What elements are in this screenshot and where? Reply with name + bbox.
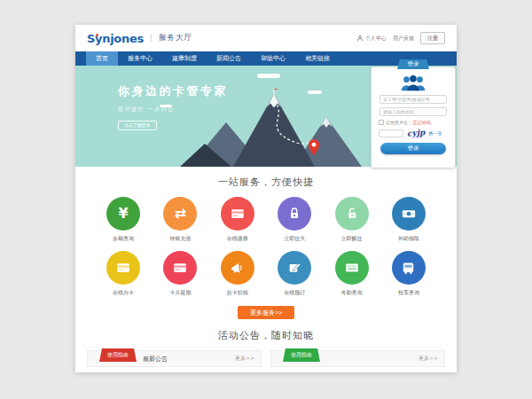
announcement-panel-right: 使用指南 更多>> bbox=[270, 350, 445, 367]
service-label: 校车查询 bbox=[386, 289, 432, 297]
service-item-found-card[interactable]: 拾卡招领 bbox=[215, 251, 261, 297]
service-item-balance[interactable]: ¥ 余额查询 bbox=[100, 197, 146, 243]
user-feedback-label: 用户反馈 bbox=[393, 35, 414, 43]
bank-card-icon bbox=[163, 251, 197, 285]
edit-icon bbox=[278, 251, 311, 285]
login-tab[interactable]: 登录 bbox=[397, 59, 429, 69]
bank-card-icon bbox=[221, 197, 254, 231]
nav-item-home[interactable]: 首页 bbox=[86, 51, 118, 66]
service-item-online-payment[interactable]: 在线缴费 bbox=[215, 197, 261, 243]
forgot-password-link[interactable]: 忘记密码 bbox=[413, 120, 431, 125]
service-item-card-renewal[interactable]: 卡片延期 bbox=[157, 251, 203, 297]
service-label: 拾卡招领 bbox=[215, 289, 261, 297]
usage-guide-badge-red[interactable]: 使用指南 bbox=[99, 348, 137, 362]
more-link[interactable]: 更多>> bbox=[419, 355, 438, 363]
nav-item-news[interactable]: 新闻公告 bbox=[207, 51, 251, 66]
remember-label[interactable]: 记住用户名 bbox=[386, 120, 408, 125]
service-label: 补助领取 bbox=[386, 235, 432, 243]
bus-icon bbox=[392, 251, 426, 285]
service-label: 在线办卡 bbox=[100, 289, 146, 297]
service-label: 在线缴费 bbox=[215, 235, 261, 243]
yuan-icon: ¥ bbox=[106, 197, 140, 231]
bank-card-icon bbox=[106, 251, 140, 285]
site-title: 服务大厅 bbox=[159, 33, 192, 43]
hero-cta-button[interactable]: 点击了解更多 bbox=[118, 121, 157, 130]
password-input[interactable] bbox=[379, 107, 447, 116]
user-feedback-link[interactable]: 用户反馈 bbox=[393, 35, 414, 43]
more-link[interactable]: 更多>> bbox=[235, 355, 254, 363]
service-item-unlock[interactable]: 立即解挂 bbox=[329, 197, 375, 243]
captcha-image[interactable]: cyjp bbox=[407, 128, 426, 137]
remember-checkbox[interactable] bbox=[379, 120, 384, 125]
login-button[interactable]: 登录 bbox=[380, 143, 446, 154]
service-item-school-bus[interactable]: 校车查询 bbox=[386, 251, 432, 297]
service-label: 在线预订 bbox=[271, 289, 317, 297]
captcha-input[interactable] bbox=[379, 129, 403, 137]
logo-divider: | bbox=[150, 34, 153, 43]
service-item-report-loss[interactable]: 立即挂失 bbox=[271, 197, 317, 243]
site-page: Synjones | 服务大厅 个人中心 用户反馈 注册 首页 服务中心 规章制… bbox=[75, 25, 457, 372]
hero-subtitle: 提供捷径 一步到位 bbox=[118, 106, 228, 113]
header: Synjones | 服务大厅 个人中心 用户反馈 注册 bbox=[75, 25, 457, 51]
personal-center-label: 个人中心 bbox=[365, 35, 387, 43]
announcement-panel-left: 使用指南 最新公告 更多>> bbox=[87, 350, 262, 367]
synjones-logo: Synjones bbox=[87, 32, 144, 45]
services-section-title: 一站服务，方便快捷 bbox=[75, 176, 457, 189]
transfer-icon: ⇄ bbox=[163, 197, 197, 231]
personal-center-link[interactable]: 个人中心 bbox=[356, 35, 387, 43]
nav-item-service-center[interactable]: 服务中心 bbox=[118, 51, 162, 66]
attendance-icon bbox=[335, 251, 369, 285]
service-label: 余额查询 bbox=[100, 235, 146, 243]
service-item-online-booking[interactable]: 在线预订 bbox=[271, 251, 317, 297]
announcements-section-title: 活动公告，随时知晓 bbox=[75, 329, 457, 342]
unlock-icon bbox=[335, 197, 369, 231]
register-button[interactable]: 注册 bbox=[420, 32, 445, 44]
service-label: 卡片延期 bbox=[157, 289, 203, 297]
services-row-1: ¥ 余额查询 ⇄ 转账充值 在线缴费 立即挂失 立即解挂 bbox=[75, 197, 457, 243]
username-input[interactable] bbox=[379, 95, 447, 104]
nav-item-rules[interactable]: 规章制度 bbox=[162, 51, 207, 66]
users-icon bbox=[398, 74, 428, 91]
banknote-icon bbox=[392, 197, 426, 231]
person-icon bbox=[356, 35, 364, 42]
cloud-shape bbox=[257, 74, 280, 78]
more-services-button[interactable]: 更多服务>> bbox=[238, 306, 294, 319]
usage-guide-badge-green[interactable]: 使用指南 bbox=[283, 348, 320, 362]
service-label: 转账充值 bbox=[157, 235, 203, 243]
service-label: 立即挂失 bbox=[271, 235, 317, 243]
login-panel: 登录 记住用户名 | 忘记密码 cyjp 换一张 登录 bbox=[371, 66, 456, 168]
service-label: 考勤查询 bbox=[329, 289, 375, 297]
hero-title: 你身边的卡管专家 bbox=[118, 83, 228, 99]
captcha-refresh-link[interactable]: 换一张 bbox=[428, 130, 442, 136]
divider: | bbox=[410, 120, 411, 125]
announcements-strip: 使用指南 最新公告 更多>> 使用指南 更多>> bbox=[75, 350, 457, 367]
nav-item-related-links[interactable]: 相关链接 bbox=[295, 51, 340, 66]
services-row-2: 在线办卡 卡片延期 拾卡招领 在线预订 考勤查询 bbox=[75, 251, 457, 297]
latest-announcements-tab[interactable]: 最新公告 bbox=[143, 355, 168, 364]
nav-item-help-center[interactable]: 帮助中心 bbox=[251, 51, 295, 66]
lock-icon bbox=[278, 197, 311, 231]
service-item-subsidy[interactable]: 补助领取 bbox=[386, 197, 432, 243]
service-item-transfer[interactable]: ⇄ 转账充值 bbox=[157, 197, 203, 243]
service-item-attendance[interactable]: 考勤查询 bbox=[329, 251, 375, 297]
megaphone-icon bbox=[221, 251, 254, 285]
service-item-apply-card[interactable]: 在线办卡 bbox=[100, 251, 146, 297]
service-label: 立即解挂 bbox=[329, 235, 375, 243]
